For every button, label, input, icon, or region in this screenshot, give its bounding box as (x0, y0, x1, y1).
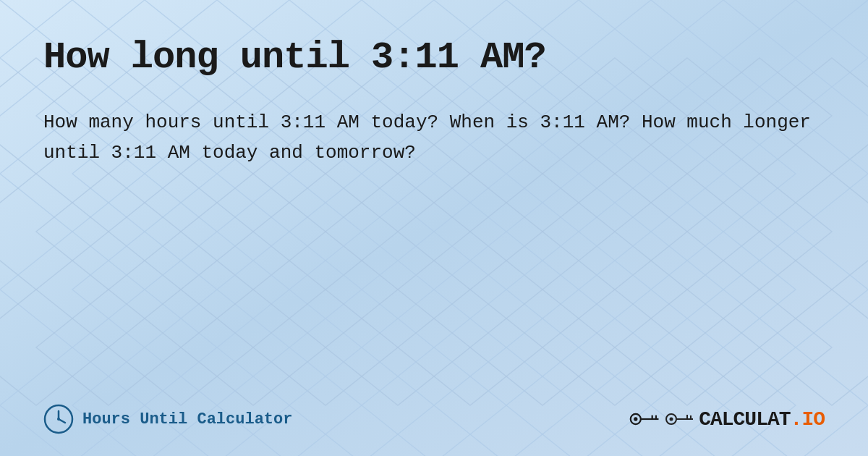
svg-point-93 (670, 418, 673, 421)
svg-point-86 (57, 418, 60, 421)
brand-tld: .IO (791, 408, 825, 431)
calculat-hand-icon (629, 406, 661, 432)
svg-point-88 (634, 417, 637, 421)
brand-name: CALCULAT.IO (699, 408, 825, 431)
footer-logo: CALCULAT.IO (629, 406, 825, 432)
page-footer: Hours Until Calculator (43, 404, 825, 434)
brand-icon (665, 406, 694, 432)
footer-left: Hours Until Calculator (43, 404, 292, 434)
page-title: How long until 3:11 AM? (43, 36, 825, 79)
clock-icon (43, 404, 74, 434)
footer-brand-text: Hours Until Calculator (82, 410, 292, 428)
page-description: How many hours until 3:11 AM today? When… (43, 108, 825, 168)
